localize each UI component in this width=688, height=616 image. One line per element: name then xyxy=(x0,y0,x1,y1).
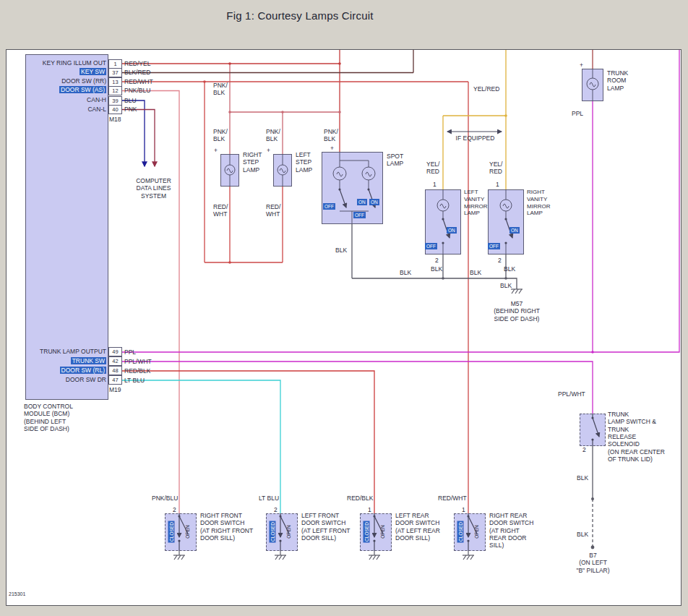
right-front-open-label: OPEN xyxy=(184,518,191,547)
bcm-label-can-l: CAN-L xyxy=(27,106,106,113)
right-vanity-pin-bottom: 2 xyxy=(498,257,502,264)
left-vanity-pin-bottom: 2 xyxy=(435,257,439,264)
bcm-label-key-sw: KEY SW xyxy=(27,68,106,75)
bcm-label-door-sw-rr: DOOR SW (RR) xyxy=(27,77,106,85)
wire-label-lt-blu-bottom: LT BLU xyxy=(259,495,279,502)
wire-name-pnk-blu: PNK/BLU xyxy=(124,87,150,94)
wire-red-blk xyxy=(121,371,374,513)
bcm-label-door-sw-rl: DOOR SW (RL) xyxy=(27,367,106,374)
right-rear-closed-label: CLOSED xyxy=(457,518,464,547)
spot-lamp-off-2: OFF xyxy=(353,212,366,218)
wire-label-pnk-blu-bottom: PNK/BLU xyxy=(152,495,178,502)
right-front-closed-label: CLOSED xyxy=(168,518,175,547)
wire-name-ppl: PPL xyxy=(124,348,136,356)
trunk-sw-highlight: TRUNK SW xyxy=(71,357,106,364)
wire-label-blk-spot: BLK xyxy=(335,247,347,254)
bcm-pin-37: 37 xyxy=(108,68,122,77)
lamp-symbols xyxy=(225,69,598,254)
connector-b7-label: B7 (ON LEFT "B" PILLAR) xyxy=(562,552,624,574)
wire-label-blk-trunk-upper: BLK xyxy=(577,474,588,482)
wire-label-pnk-blk-right-step: PNK/ BLK xyxy=(213,128,228,143)
wire-label-red-blk-bottom: RED/BLK xyxy=(347,495,373,502)
wire-label-yel-red-top: YEL/RED xyxy=(473,85,499,93)
bcm-pin-47: 47 xyxy=(108,375,122,385)
on-highlight: ON xyxy=(509,227,520,234)
wire-label-blk-trunk-lower: BLK xyxy=(577,531,588,538)
wire-label-red-wht-bottom: RED/WHT xyxy=(438,495,467,502)
left-front-open-label: OPEN xyxy=(285,518,292,547)
left-rear-door-pin: 1 xyxy=(368,506,371,513)
off-highlight: OFF xyxy=(488,243,500,249)
trunk-room-lamp-label: TRUNK ROOM LAMP xyxy=(607,69,628,92)
left-front-door-switch-label: LEFT FRONT DOOR SWITCH (AT LEFT FRONT DO… xyxy=(301,512,351,542)
left-front-closed-label: CLOSED xyxy=(270,518,276,547)
wire-label-blk-left-vanity: BLK xyxy=(431,265,442,273)
bcm-label-trunk-sw: TRUNK SW xyxy=(27,357,106,364)
key-sw-highlight: KEY SW xyxy=(79,68,106,75)
right-step-lamp-label: RIGHT STEP LAMP xyxy=(243,151,262,174)
left-step-lamp-plus: + xyxy=(267,147,270,154)
wire-name-lt-blu: LT BLU xyxy=(124,377,145,384)
door-sw-rl-highlight: DOOR SW (RL) xyxy=(60,367,106,374)
wire-name-ppl-wht: PPL/WHT xyxy=(124,358,152,365)
right-rear-door-switch-label: RIGHT REAR DOOR SWITCH (AT RIGHT REAR DO… xyxy=(489,512,533,549)
on-highlight: ON xyxy=(369,199,379,205)
bcm-label-door-sw-dr: DOOR SW DR xyxy=(27,376,106,383)
wire-name-red-wht: RED/WHT xyxy=(124,78,153,85)
wire-label-pnk-blk-left-step: PNK/ BLK xyxy=(266,128,280,143)
wire-label-ppl: PPL xyxy=(572,110,583,117)
spot-lamp-on-2: ON xyxy=(369,199,379,205)
left-front-door-pin: 2 xyxy=(274,506,278,513)
off-highlight: OFF xyxy=(425,243,437,249)
junction-dot-ppl xyxy=(591,351,594,354)
bcm-connector-m18: M18 xyxy=(109,116,121,123)
closed-highlight: CLOSED xyxy=(457,521,464,543)
wire-label-red-wht-right-step: RED/ WHT xyxy=(213,203,228,218)
ground-m57-label: M57 (BEHIND RIGHT SIDE OF DASH) xyxy=(484,300,549,322)
bcm-connector-m19: M19 xyxy=(109,386,121,393)
closed-highlight: CLOSED xyxy=(364,521,370,543)
off-highlight: OFF xyxy=(353,212,366,218)
bcm-pin-42: 42 xyxy=(108,356,122,366)
trunk-room-lamp-plus: + xyxy=(580,61,583,69)
trunk-switch-pin: 2 xyxy=(582,446,586,453)
wire-label-blk-m57: BLK xyxy=(500,282,512,289)
bcm-label-trunk-lamp-output: TRUNK LAMP OUTPUT xyxy=(27,348,106,355)
left-rear-open-label: OPEN xyxy=(379,518,386,547)
left-rear-closed-label: CLOSED xyxy=(364,518,370,547)
wire-name-blk-red: BLK/RED xyxy=(124,69,150,76)
wire-name-red-yel: RED/YEL xyxy=(124,60,150,67)
spot-lamp-off-1: OFF xyxy=(323,203,335,210)
trunk-lamp-switch-label: TRUNK LAMP SWITCH & TRUNK RELEASE SOLENO… xyxy=(608,411,656,448)
wire-name-pnk: PNK xyxy=(124,106,137,113)
wire-label-pnk-blk-top: PNK/ BLK xyxy=(213,82,228,97)
document-number: 215301 xyxy=(9,591,25,596)
wire-pnk-blu xyxy=(121,91,179,514)
wire-name-red-blk: RED/BLK xyxy=(124,367,150,375)
right-vanity-pin-top: 1 xyxy=(496,181,499,188)
left-vanity-pin-top: 1 xyxy=(433,181,437,188)
trunk-lamp-switch-location: (ON REAR CENTER OF TRUNK LID) xyxy=(608,448,665,463)
wire-label-pnk-blk-spot: PNK/ BLK xyxy=(324,128,338,143)
wire-label-yel-red-right: YEL/ RED xyxy=(489,161,502,176)
right-vanity-lamp-label: RIGHT VANITY MIRROR LAMP xyxy=(527,189,550,217)
closed-highlight: CLOSED xyxy=(168,521,175,543)
switch-terminal-dots xyxy=(178,188,593,542)
wire-can-l xyxy=(121,110,155,167)
switch-symbols xyxy=(179,189,599,551)
bcm-label-can-h: CAN-H xyxy=(27,96,106,103)
wire-label-blk-right-vanity: BLK xyxy=(504,265,515,273)
junction-dots-redwht xyxy=(203,80,231,264)
spot-lamp-plus: + xyxy=(330,145,334,152)
right-front-door-switch-label: RIGHT FRONT DOOR SWITCH (AT RIGHT FRONT … xyxy=(200,512,253,542)
wire-lt-blu xyxy=(121,380,280,513)
door-sw-as-highlight: DOOR SW (AS) xyxy=(59,86,106,93)
wiring-diagram-page: Fig 1: Courtesy Lamps Circuit xyxy=(0,0,688,616)
right-rear-door-pin: 1 xyxy=(462,506,465,513)
left-step-lamp-label: LEFT STEP LAMP xyxy=(296,151,312,174)
wire-label-blk-bus-1: BLK xyxy=(400,269,411,276)
bcm-label-door-sw-as: DOOR SW (AS) xyxy=(27,86,106,93)
closed-highlight: CLOSED xyxy=(270,521,276,543)
wire-ppl-wht xyxy=(121,362,593,414)
wire-name-blu: BLU xyxy=(124,97,137,104)
